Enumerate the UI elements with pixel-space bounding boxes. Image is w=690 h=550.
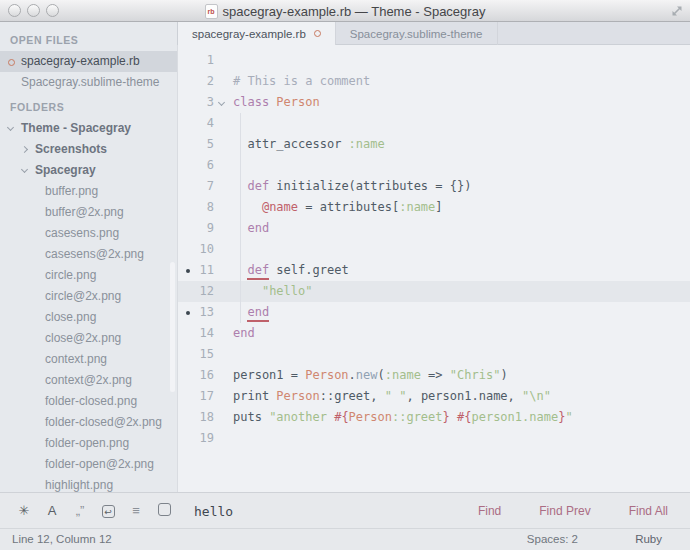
- find-all-button[interactable]: Find All: [629, 504, 668, 518]
- case-sensitive-icon[interactable]: A: [38, 504, 66, 518]
- code-line[interactable]: 10: [178, 239, 690, 260]
- sidebar-scrollbar[interactable]: [170, 262, 175, 392]
- file-item-close@2x.png[interactable]: close@2x.png: [0, 328, 177, 349]
- folder-item-Spacegray[interactable]: Spacegray: [0, 160, 177, 181]
- open-file-item[interactable]: Spacegray.sublime-theme: [0, 72, 177, 93]
- file-item-context@2x.png[interactable]: context@2x.png: [0, 370, 177, 391]
- tab-spacegray-example.rb[interactable]: spacegray-example.rb: [177, 22, 336, 45]
- file-item-casesens.png[interactable]: casesens.png: [0, 223, 177, 244]
- regex-icon[interactable]: ✳: [10, 504, 38, 518]
- code-editor[interactable]: 12# This is a comment3class Person45 att…: [178, 45, 690, 492]
- code-content: attr_accessor :name: [225, 134, 690, 155]
- file-item-highlight.png[interactable]: highlight.png: [0, 475, 177, 492]
- code-segment: Person: [305, 368, 348, 382]
- open-file-label: spacegray-example.rb: [21, 54, 140, 68]
- folder-item-Screenshots[interactable]: Screenshots: [0, 139, 177, 160]
- code-segment: ": [565, 410, 572, 424]
- code-line[interactable]: 18puts "another #{Person::greet} #{perso…: [178, 407, 690, 428]
- code-line[interactable]: 8 @name = attributes[:name]: [178, 197, 690, 218]
- find-bar: ✳A„”↩≡ FindFind PrevFind All: [0, 492, 690, 528]
- code-segment: end: [247, 221, 269, 235]
- code-segment: person1 =: [233, 368, 305, 382]
- file-item-close.png[interactable]: close.png: [0, 307, 177, 328]
- indent-guide: [240, 155, 241, 176]
- chevron-down-icon: [7, 124, 14, 131]
- fold-arrow-icon[interactable]: [218, 99, 225, 106]
- code-line[interactable]: 1: [178, 50, 690, 71]
- file-label: context.png: [45, 352, 107, 366]
- gutter: 2: [178, 71, 225, 92]
- whole-word-icon[interactable]: „”: [66, 504, 94, 518]
- file-label: folder-closed.png: [45, 394, 137, 408]
- file-item-casesens@2x.png[interactable]: casesens@2x.png: [0, 244, 177, 265]
- tab-Spacegray.sublime-theme[interactable]: Spacegray.sublime-theme: [336, 22, 498, 45]
- gutter: 17: [178, 386, 225, 407]
- file-label: folder-open.png: [45, 436, 129, 450]
- code-segment: # This is a comment: [233, 74, 370, 88]
- code-content: [225, 428, 690, 449]
- line-number: 6: [178, 155, 214, 176]
- code-line[interactable]: 12 "hello": [178, 281, 690, 302]
- find-button[interactable]: Find: [478, 504, 501, 518]
- code-segment: :name: [385, 368, 421, 382]
- find-actions: FindFind PrevFind All: [478, 493, 668, 529]
- code-line[interactable]: 17print Person::greet, " ", person1.name…: [178, 386, 690, 407]
- file-item-folder-open@2x.png[interactable]: folder-open@2x.png: [0, 454, 177, 475]
- open-file-item[interactable]: spacegray-example.rb: [0, 51, 177, 72]
- gutter: 8: [178, 197, 225, 218]
- indentation-status[interactable]: Spaces: 2: [527, 529, 578, 550]
- code-segment: ::greet,: [320, 389, 385, 403]
- syntax-status[interactable]: Ruby: [635, 529, 662, 550]
- fullscreen-icon[interactable]: [670, 4, 684, 18]
- line-number: 7: [178, 176, 214, 197]
- code-line[interactable]: 5 attr_accessor :name: [178, 134, 690, 155]
- tab-bar: spacegray-example.rbSpacegray.sublime-th…: [178, 22, 690, 45]
- code-segment: :name: [399, 200, 435, 214]
- wrap-icon[interactable]: ↩: [94, 504, 122, 519]
- code-line[interactable]: 19: [178, 428, 690, 449]
- code-line[interactable]: 6: [178, 155, 690, 176]
- code-line[interactable]: 2# This is a comment: [178, 71, 690, 92]
- gutter: 3: [178, 92, 225, 113]
- folder-item-Theme - Spacegray[interactable]: Theme - Spacegray: [0, 118, 177, 139]
- file-item-folder-open.png[interactable]: folder-open.png: [0, 433, 177, 454]
- line-number: 14: [178, 323, 214, 344]
- in-selection-icon[interactable]: ≡: [122, 504, 150, 518]
- code-line[interactable]: 7 def initialize(attributes = {}): [178, 176, 690, 197]
- code-segment: class: [233, 95, 269, 109]
- file-label: buffer@2x.png: [45, 205, 124, 219]
- open-files-header: OPEN FILES: [0, 30, 177, 51]
- code-segment: #{: [334, 410, 348, 424]
- code-line[interactable]: 15: [178, 344, 690, 365]
- code-line[interactable]: 11 def self.greet: [178, 260, 690, 281]
- code-line[interactable]: 13 end: [178, 302, 690, 323]
- file-item-buffer.png[interactable]: buffer.png: [0, 181, 177, 202]
- file-item-folder-closed.png[interactable]: folder-closed.png: [0, 391, 177, 412]
- gutter: 16: [178, 365, 225, 386]
- bookmark-dot-icon: [186, 311, 190, 315]
- code-content: print Person::greet, " ", person1.name, …: [225, 386, 690, 407]
- code-segment: "hello": [262, 284, 313, 298]
- code-content: "hello": [225, 281, 690, 302]
- code-line[interactable]: 9 end: [178, 218, 690, 239]
- find-prev-button[interactable]: Find Prev: [539, 504, 590, 518]
- code-line[interactable]: 4: [178, 113, 690, 134]
- code-segment: [233, 305, 247, 319]
- file-item-buffer@2x.png[interactable]: buffer@2x.png: [0, 202, 177, 223]
- folder-label: Screenshots: [35, 142, 107, 156]
- gutter: 11: [178, 260, 225, 281]
- code-segment: :name: [349, 137, 385, 151]
- file-item-folder-closed@2x.png[interactable]: folder-closed@2x.png: [0, 412, 177, 433]
- file-item-context.png[interactable]: context.png: [0, 349, 177, 370]
- wrap-icon: ↩: [102, 505, 115, 518]
- code-content: def initialize(attributes = {}): [225, 176, 690, 197]
- file-item-circle.png[interactable]: circle.png: [0, 265, 177, 286]
- code-line[interactable]: 14end: [178, 323, 690, 344]
- find-input[interactable]: [192, 493, 462, 529]
- code-line[interactable]: 3class Person: [178, 92, 690, 113]
- gutter: 13: [178, 302, 225, 323]
- code-line[interactable]: 16person1 = Person.new(:name => "Chris"): [178, 365, 690, 386]
- gutter: 9: [178, 218, 225, 239]
- highlight-matches-icon[interactable]: [150, 503, 178, 519]
- file-item-circle@2x.png[interactable]: circle@2x.png: [0, 286, 177, 307]
